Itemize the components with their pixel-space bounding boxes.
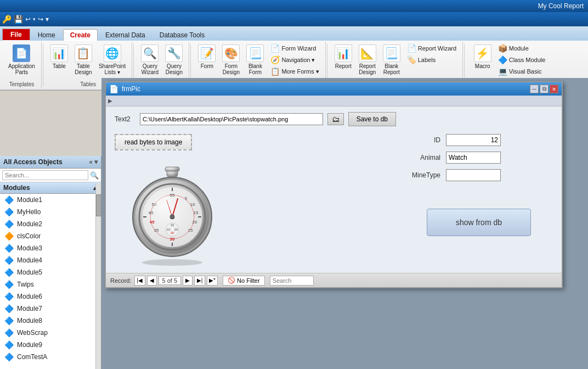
filter-icon: 🚫 xyxy=(228,277,235,284)
tab-create[interactable]: Create xyxy=(63,29,98,41)
svg-rect-2 xyxy=(165,167,179,171)
module-item-module6[interactable]: 🔷 Module6 xyxy=(0,290,101,303)
module-item-module1[interactable]: 🔷 Module1 xyxy=(0,194,101,206)
modules-section-header[interactable]: Modules ▲ xyxy=(0,182,101,194)
class-module-button[interactable]: 🔷 Class Module xyxy=(495,54,549,65)
query-design-button[interactable]: 🔧 QueryDesign xyxy=(162,43,185,77)
form-icon: 📝 xyxy=(198,44,216,62)
macro-label: Macro xyxy=(475,63,490,69)
myhello-icon: 🔷 xyxy=(4,208,14,216)
labels-button[interactable]: 🏷️ Labels xyxy=(404,54,459,65)
id-row: ID xyxy=(405,134,553,146)
save-to-db-button[interactable]: Save to db xyxy=(348,112,396,126)
comtesta-label: ComTestA xyxy=(17,353,47,361)
tab-home[interactable]: Home xyxy=(31,30,62,41)
window-title: My Cool Report xyxy=(538,2,584,10)
save-quick-icon[interactable]: 💾 xyxy=(14,15,23,24)
module9-label: Module9 xyxy=(17,341,42,349)
vb-button[interactable]: 💻 Visual Basic xyxy=(495,66,549,77)
report-design-button[interactable]: 📐 ReportDesign xyxy=(356,43,379,77)
sidebar-scroll-thumb[interactable] xyxy=(96,194,101,216)
next-record-button[interactable]: ▶ xyxy=(183,276,193,286)
form-nav-strip: ▶ xyxy=(106,96,562,107)
module1-icon: 🔷 xyxy=(4,195,14,204)
report-button[interactable]: 📊 Report xyxy=(332,43,355,71)
sharepoint-button[interactable]: 🌐 SharePointLists ▾ xyxy=(96,43,128,77)
macro-button[interactable]: ⚡ Macro xyxy=(471,43,494,71)
minetype-input[interactable] xyxy=(446,169,501,181)
animal-input[interactable] xyxy=(446,152,501,164)
navigation-label: Navigation ▾ xyxy=(281,57,315,64)
form-left-panel: Text2 🗂 Save to db read bytes to image xyxy=(115,112,396,269)
navigation-button[interactable]: 🧭 Navigation ▾ xyxy=(268,54,321,65)
table-button[interactable]: 📊 Table xyxy=(48,43,71,71)
nav-arrow-icon: ▶ xyxy=(108,98,112,104)
svg-text:5: 5 xyxy=(185,196,188,201)
code-split-group: 📦 Module 🔷 Class Module 💻 Visual Basic xyxy=(495,43,549,77)
main-area: 📄 frmPic ─ ⧉ ✕ ▶ xyxy=(101,78,588,369)
report-wizard-button[interactable]: 📄 Report Wizard xyxy=(404,43,459,54)
search-icon[interactable]: 🔍 xyxy=(90,171,99,180)
minimize-button[interactable]: ─ xyxy=(530,85,539,93)
no-filter-label: No Filter xyxy=(237,277,260,284)
more-forms-button[interactable]: 📋 More Forms ▾ xyxy=(268,66,321,77)
class-module-icon: 🔷 xyxy=(498,55,507,64)
sidebar-menu-icon[interactable]: ▾ xyxy=(94,158,98,166)
redo-quick-icon[interactable]: ↪ xyxy=(38,15,43,23)
blank-form-button[interactable]: 📃 BlankForm xyxy=(244,43,267,77)
module-button[interactable]: 📦 Module xyxy=(495,43,549,54)
svg-text:10: 10 xyxy=(167,228,171,231)
module-item-module3[interactable]: 🔷 Module3 xyxy=(0,242,101,254)
application-parts-button[interactable]: 📄 ApplicationParts xyxy=(5,43,38,77)
id-label: ID xyxy=(405,136,440,144)
modules-list: 🔷 Module1 🔷 MyHello 🔷 Module2 🔶 clsColor… xyxy=(0,194,101,369)
customize-icon[interactable]: ▾ xyxy=(46,15,49,23)
module-item-module2[interactable]: 🔷 Module2 xyxy=(0,218,101,230)
report-wizard-icon: 📄 xyxy=(407,44,416,53)
tab-external-data[interactable]: External Data xyxy=(99,30,152,41)
form-wizard-button[interactable]: 📄 Form Wizard xyxy=(268,43,321,54)
module-item-webscrap[interactable]: 🔷 WebScrap xyxy=(0,327,101,339)
show-from-db-button[interactable]: show from db xyxy=(427,209,531,236)
record-label: Record: xyxy=(110,277,132,284)
read-bytes-button[interactable]: read bytes to image xyxy=(115,134,192,150)
id-input[interactable] xyxy=(446,134,501,146)
module-item-module8[interactable]: 🔷 Module8 xyxy=(0,315,101,327)
sidebar-scrollbar[interactable] xyxy=(95,183,101,369)
undo-quick-dropdown[interactable]: ▾ xyxy=(33,16,36,22)
module-item-module5[interactable]: 🔷 Module5 xyxy=(0,266,101,278)
browse-button[interactable]: 🗂 xyxy=(327,113,344,125)
module-item-comtesta[interactable]: 🔷 ComTestA xyxy=(0,351,101,363)
undo-quick-icon[interactable]: ↩ xyxy=(25,15,31,23)
first-record-button[interactable]: |◀ xyxy=(134,276,145,286)
restore-button[interactable]: ⧉ xyxy=(540,85,549,93)
animal-label: Animal xyxy=(405,154,440,161)
form-design-button[interactable]: 🎨 FormDesign xyxy=(219,43,242,77)
sidebar-collapse-icon[interactable]: « xyxy=(89,158,93,166)
comtesta-icon: 🔷 xyxy=(4,353,14,361)
no-filter-button[interactable]: 🚫 No Filter xyxy=(223,276,265,286)
table-design-button[interactable]: 📋 TableDesign xyxy=(72,43,95,77)
text2-input[interactable] xyxy=(140,113,323,125)
new-record-button[interactable]: ▶* xyxy=(207,276,218,286)
tab-file[interactable]: File xyxy=(2,29,30,41)
module-item-clscolor[interactable]: 🔶 clsColor xyxy=(0,230,101,242)
module-item-module9[interactable]: 🔷 Module9 xyxy=(0,339,101,351)
svg-text:25: 25 xyxy=(188,228,193,233)
module-item-module4[interactable]: 🔷 Module4 xyxy=(0,254,101,266)
search-input[interactable] xyxy=(2,170,88,180)
tab-database-tools[interactable]: Database Tools xyxy=(153,30,212,41)
myhello-label: MyHello xyxy=(17,208,41,216)
module-item-twips[interactable]: 🔷 Twips xyxy=(0,278,101,290)
query-wizard-button[interactable]: 🔍 QueryWizard xyxy=(138,43,161,77)
prev-record-button[interactable]: ◀ xyxy=(147,276,157,286)
last-record-button[interactable]: ▶| xyxy=(194,276,205,286)
close-button[interactable]: ✕ xyxy=(550,85,558,93)
blank-report-button[interactable]: 📃 BlankReport xyxy=(380,43,403,77)
module-item-myhello[interactable]: 🔷 MyHello xyxy=(0,206,101,218)
module-item-module7[interactable]: 🔷 Module7 xyxy=(0,303,101,315)
record-nav-bar: Record: |◀ ◀ 5 of 5 ▶ ▶| ▶* 🚫 No Filter xyxy=(106,273,562,287)
form-button[interactable]: 📝 Form xyxy=(195,43,218,71)
search-record-input[interactable] xyxy=(270,276,314,286)
report-design-icon: 📐 xyxy=(359,44,376,62)
